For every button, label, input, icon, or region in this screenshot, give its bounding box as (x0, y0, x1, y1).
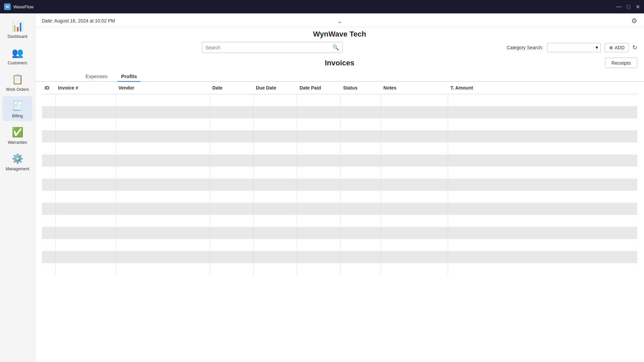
table-row[interactable] (42, 203, 637, 215)
add-label: ADD (614, 45, 625, 50)
sidebar-item-customers[interactable]: 👥 Customers (2, 43, 33, 68)
receipts-button[interactable]: Receipts (605, 58, 637, 68)
table-cell (297, 227, 340, 239)
collapse-button[interactable]: ⌄ (337, 17, 342, 25)
table-cell (253, 167, 297, 179)
table-cell (42, 94, 55, 106)
col-header-date: Date (210, 82, 253, 94)
add-button[interactable]: ⊕ ADD (605, 43, 629, 52)
sidebar-item-label-billing: Billing (12, 114, 23, 118)
tab-profits[interactable]: Profits (118, 71, 141, 82)
col-header-notes: Notes (381, 82, 448, 94)
table-row[interactable] (42, 227, 637, 239)
table-cell (253, 94, 297, 106)
table-row[interactable] (42, 167, 637, 179)
table-cell (381, 130, 448, 142)
table-cell (381, 155, 448, 167)
category-search-select[interactable] (547, 43, 601, 52)
table-cell (381, 167, 448, 179)
table-cell (297, 239, 340, 251)
table-cell (210, 167, 253, 179)
table-cell (253, 263, 297, 275)
table-cell (340, 167, 381, 179)
table-cell (42, 130, 55, 142)
table-cell (42, 118, 55, 130)
table-cell (253, 239, 297, 251)
table-cell (210, 142, 253, 155)
table-cell (42, 239, 55, 251)
table-row[interactable] (42, 263, 637, 275)
col-header-duedate: Due Date (253, 82, 297, 94)
table-cell (42, 227, 55, 239)
table-cell (340, 203, 381, 215)
table-cell (448, 94, 637, 106)
table-cell (253, 203, 297, 215)
table-cell (340, 155, 381, 167)
table-row[interactable] (42, 106, 637, 118)
workorders-icon: 📋 (9, 72, 25, 86)
table-row[interactable] (42, 239, 637, 251)
table-cell (340, 263, 381, 275)
table-cell (253, 191, 297, 203)
table-cell (116, 191, 210, 203)
sidebar-item-workorders[interactable]: 📋 Work Orders (2, 70, 33, 95)
table-row[interactable] (42, 118, 637, 130)
table-cell (448, 118, 637, 130)
refresh-button[interactable]: ↻ (632, 44, 637, 51)
sidebar-item-dashboard[interactable]: 📊 Dashboard (2, 17, 33, 42)
table-cell (253, 155, 297, 167)
table-cell (253, 106, 297, 118)
table-cell (340, 215, 381, 227)
col-header-datepaid: Date Paid (297, 82, 340, 94)
table-cell (55, 179, 116, 191)
table-row[interactable] (42, 155, 637, 167)
table-cell (116, 118, 210, 130)
table-row[interactable] (42, 94, 637, 106)
table-cell (297, 106, 340, 118)
table-cell (381, 191, 448, 203)
table-row[interactable] (42, 191, 637, 203)
maximize-button[interactable]: □ (627, 4, 630, 10)
table-cell (448, 130, 637, 142)
table-cell (340, 239, 381, 251)
table-cell (448, 215, 637, 227)
table-cell (55, 215, 116, 227)
table-cell (381, 251, 448, 263)
table-cell (55, 155, 116, 167)
invoice-header-row: Invoices Receipts (35, 56, 644, 70)
col-header-tamount: T. Amount (448, 82, 637, 94)
table-cell (210, 215, 253, 227)
customers-icon: 👥 (9, 46, 25, 59)
table-row[interactable] (42, 215, 637, 227)
table-row[interactable] (42, 130, 637, 142)
settings-icon[interactable]: ⚙ (631, 17, 637, 25)
table-cell (297, 191, 340, 203)
table-cell (116, 142, 210, 155)
table-cell (210, 118, 253, 130)
table-cell (116, 179, 210, 191)
sidebar-item-warranties[interactable]: ✅ Warranties (2, 123, 33, 147)
table-cell (448, 142, 637, 155)
sidebar: 📊 Dashboard 👥 Customers 📋 Work Orders 🧾 … (0, 13, 35, 362)
table-cell (55, 191, 116, 203)
dashboard-icon: 📊 (9, 19, 25, 33)
sidebar-item-management[interactable]: ⚙️ Management (2, 149, 33, 174)
table-row[interactable] (42, 179, 637, 191)
table-row[interactable] (42, 142, 637, 155)
close-button[interactable]: ✕ (636, 4, 640, 10)
table-row[interactable] (42, 251, 637, 263)
table-cell (55, 167, 116, 179)
table-cell (297, 118, 340, 130)
table-cell (448, 167, 637, 179)
table-cell (253, 227, 297, 239)
table-cell (210, 203, 253, 215)
table-cell (55, 130, 116, 142)
title-bar: W WaveFlow — □ ✕ (0, 0, 644, 13)
search-button[interactable]: 🔍 (329, 42, 342, 53)
table-cell (42, 155, 55, 167)
minimize-button[interactable]: — (616, 4, 622, 10)
sidebar-item-billing[interactable]: 🧾 Billing (2, 96, 33, 121)
tab-expenses[interactable]: Expenses (82, 71, 111, 82)
search-input[interactable] (202, 43, 329, 52)
table-cell (42, 215, 55, 227)
